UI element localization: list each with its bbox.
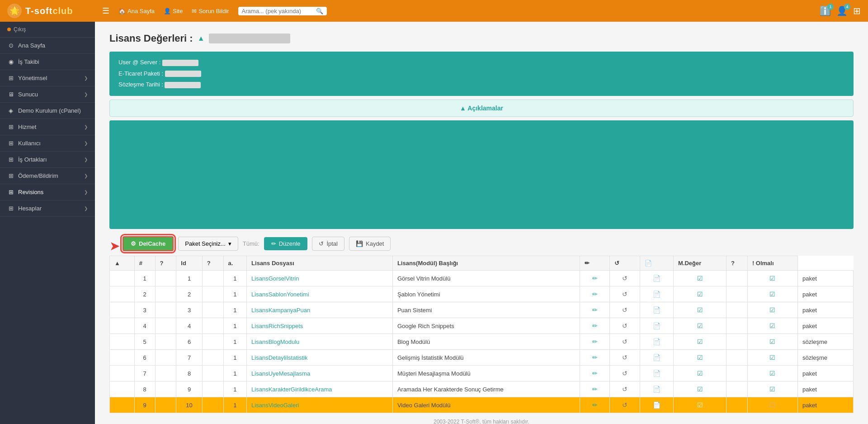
olmali-check-icon: ☑ [769, 275, 775, 282]
sidebar-item-hesaplar[interactable]: ⊞ Hesaplar ❯ [0, 200, 95, 217]
row-undo-btn[interactable]: ↺ [610, 366, 640, 381]
edit-row-button[interactable]: ✏ [590, 400, 599, 410]
copy-row-button[interactable]: 📄 [651, 290, 662, 299]
copy-row-button[interactable]: 📄 [651, 353, 662, 362]
delcache-button[interactable]: ⚙ DelCache [123, 236, 174, 251]
sidebar-item-demo[interactable]: ◈ Demo Kurulum (cPanel) [0, 103, 95, 119]
row-undo-btn[interactable]: ↺ [610, 397, 640, 413]
mdeger-cell: ☑ [674, 302, 726, 318]
undo-row-button[interactable]: ↺ [620, 353, 629, 362]
row-edit-btn[interactable]: ✏ [580, 286, 609, 302]
edit-row-button[interactable]: ✏ [590, 321, 599, 330]
col-help1: ? [155, 256, 176, 271]
sidebar-item-sunucu[interactable]: 🖥 Sunucu ❯ [0, 86, 95, 103]
duzenle-button[interactable]: ✏ Düzenle [264, 237, 308, 250]
edit-row-button[interactable]: ✏ [590, 305, 599, 314]
undo-row-button[interactable]: ↺ [620, 274, 629, 283]
row-baslik: Şablon Yönetimi [392, 286, 580, 302]
row-sort [110, 366, 135, 381]
row-copy-btn[interactable]: 📄 [640, 350, 673, 366]
sozlesme-row: Sözleşme Tarihi : [118, 79, 844, 91]
row-copy-btn[interactable]: 📄 [640, 334, 673, 350]
row-undo-btn[interactable]: ↺ [610, 318, 640, 334]
nav-anasayfa[interactable]: 🏠 Ana Sayfa [118, 8, 155, 14]
edit-row-button[interactable]: ✏ [590, 385, 599, 394]
logo-icon: 🌟 [7, 4, 22, 18]
row-copy-btn[interactable]: 📄 [640, 381, 673, 397]
info-icon-btn[interactable]: ℹ️ 1 [820, 5, 831, 16]
hamburger-icon[interactable]: ☰ [102, 6, 109, 16]
row-num: 9 [134, 397, 155, 413]
copy-row-button[interactable]: 📄 [651, 305, 662, 314]
copy-row-button[interactable]: 📄 [651, 369, 662, 378]
row-undo-btn[interactable]: ↺ [610, 302, 640, 318]
row-edit-btn[interactable]: ✏ [580, 381, 609, 397]
sidebar-item-istakibi[interactable]: ◉ İş Takibi [0, 54, 95, 70]
aciklamalar-bar[interactable]: ▲ Açıklamalar [109, 100, 854, 117]
row-help3 [726, 318, 748, 334]
sidebar-item-anasayfa[interactable]: ⊙ Ana Sayfa [0, 38, 95, 54]
copy-row-button[interactable]: 📄 [651, 400, 662, 410]
row-copy-btn[interactable]: 📄 [640, 318, 673, 334]
user-server-row: User @ Server : [118, 57, 844, 68]
undo-row-button[interactable]: ↺ [620, 385, 629, 394]
grid-icon-btn[interactable]: ⊞ [853, 5, 861, 16]
undo-row-button[interactable]: ↺ [620, 290, 629, 299]
edit-row-button[interactable]: ✏ [590, 369, 599, 378]
row-undo-btn[interactable]: ↺ [610, 271, 640, 286]
row-undo-btn[interactable]: ↺ [610, 350, 640, 366]
row-copy-btn[interactable]: 📄 [640, 366, 673, 381]
row-edit-btn[interactable]: ✏ [580, 318, 609, 334]
nav-site[interactable]: 👤 Site [164, 8, 183, 14]
row-copy-btn[interactable]: 📄 [640, 302, 673, 318]
undo-row-button[interactable]: ↺ [620, 400, 629, 410]
row-num: 5 [134, 334, 155, 350]
row-copy-btn[interactable]: 📄 [640, 397, 673, 413]
footer-text: 2003-2022 T-Soft®, tüm hakları saklıdır. [109, 413, 854, 424]
row-a: 1 [223, 397, 247, 413]
row-help3 [726, 350, 748, 366]
nav-sorun[interactable]: ✉ Sorun Bildir [192, 8, 229, 14]
sidebar-item-label: Sunucu [18, 91, 38, 98]
topbar-search-box[interactable]: 🔍 [238, 7, 327, 15]
sidebar-item-hizmet[interactable]: ⊞ Hizmet ❯ [0, 119, 95, 135]
copy-row-button[interactable]: 📄 [651, 385, 662, 394]
row-help2 [202, 286, 223, 302]
row-undo-btn[interactable]: ↺ [610, 286, 640, 302]
red-arrow-icon: ➤ [109, 238, 120, 253]
sidebar-item-isortaklari[interactable]: ⊞ İş Ortakları ❯ [0, 152, 95, 168]
edit-row-button[interactable]: ✏ [590, 274, 599, 283]
row-copy-btn[interactable]: 📄 [640, 271, 673, 286]
sidebar-item-odeme[interactable]: ⊞ Ödeme/Bildirim ❯ [0, 168, 95, 184]
topbar: ☰ 🏠 Ana Sayfa 👤 Site ✉ Sorun Bildir 🔍 ℹ️… [95, 0, 868, 22]
paket-select-button[interactable]: Paket Seçiniz... ▾ [178, 237, 238, 251]
row-undo-btn[interactable]: ↺ [610, 381, 640, 397]
row-edit-btn[interactable]: ✏ [580, 350, 609, 366]
row-edit-btn[interactable]: ✏ [580, 334, 609, 350]
edit-row-button[interactable]: ✏ [590, 353, 599, 362]
search-input[interactable] [242, 8, 314, 14]
undo-row-button[interactable]: ↺ [620, 369, 629, 378]
copy-row-button[interactable]: 📄 [651, 321, 662, 330]
sidebar-user[interactable]: Çıkış [0, 22, 95, 38]
sidebar-item-revisions[interactable]: ⊞ Revisions ❯ [0, 184, 95, 200]
edit-row-button[interactable]: ✏ [590, 337, 599, 346]
row-edit-btn[interactable]: ✏ [580, 302, 609, 318]
row-edit-btn[interactable]: ✏ [580, 366, 609, 381]
row-edit-btn[interactable]: ✏ [580, 271, 609, 286]
user-icon-btn[interactable]: 👤 4 [836, 5, 848, 16]
kaydet-button[interactable]: 💾 Kaydet [349, 237, 391, 251]
undo-row-button[interactable]: ↺ [620, 305, 629, 314]
col-help2: ? [202, 256, 223, 271]
iptal-button[interactable]: ↺ İptal [312, 237, 344, 251]
undo-row-button[interactable]: ↺ [620, 337, 629, 346]
copy-row-button[interactable]: 📄 [651, 274, 662, 283]
sidebar-item-yonetimsel[interactable]: ⊞ Yönetimsel ❯ [0, 70, 95, 86]
row-undo-btn[interactable]: ↺ [610, 334, 640, 350]
row-edit-btn[interactable]: ✏ [580, 397, 609, 413]
sidebar-item-kullanici[interactable]: ⊞ Kullanıcı ❯ [0, 135, 95, 152]
copy-row-button[interactable]: 📄 [651, 337, 662, 346]
row-copy-btn[interactable]: 📄 [640, 286, 673, 302]
edit-row-button[interactable]: ✏ [590, 290, 599, 299]
undo-row-button[interactable]: ↺ [620, 321, 629, 330]
